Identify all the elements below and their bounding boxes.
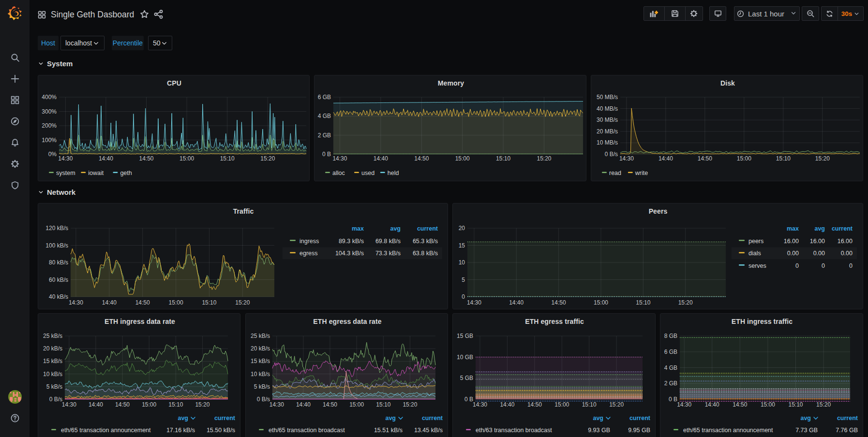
svg-text:14:30: 14:30 bbox=[62, 401, 76, 408]
svg-text:15 kB/s: 15 kB/s bbox=[43, 358, 62, 364]
svg-text:6 GB: 6 GB bbox=[664, 349, 677, 355]
svg-text:14:40: 14:40 bbox=[102, 299, 117, 306]
svg-text:15:10: 15:10 bbox=[202, 299, 216, 306]
svg-text:14:50: 14:50 bbox=[733, 401, 747, 408]
svg-text:avg: avg bbox=[390, 225, 401, 232]
svg-text:73.3 kB/s: 73.3 kB/s bbox=[375, 250, 401, 257]
svg-text:14:40: 14:40 bbox=[658, 155, 673, 162]
svg-text:100 kB/s: 100 kB/s bbox=[45, 242, 68, 249]
svg-text:15:00: 15:00 bbox=[455, 155, 470, 162]
svg-text:current: current bbox=[417, 225, 438, 232]
svg-text:current: current bbox=[214, 415, 236, 422]
svg-text:5 GB: 5 GB bbox=[460, 375, 473, 381]
svg-text:ETH ingress traffic: ETH ingress traffic bbox=[732, 318, 793, 325]
svg-text:89.3 kB/s: 89.3 kB/s bbox=[339, 238, 364, 245]
svg-text:egress: egress bbox=[299, 250, 318, 257]
svg-text:read: read bbox=[609, 170, 621, 176]
svg-text:avg: avg bbox=[593, 415, 603, 422]
svg-text:avg: avg bbox=[178, 415, 188, 422]
svg-text:Peers: Peers bbox=[649, 207, 668, 215]
svg-text:14:40: 14:40 bbox=[500, 401, 514, 408]
svg-text:15:20: 15:20 bbox=[403, 401, 417, 408]
svg-text:15.51 kB/s: 15.51 kB/s bbox=[374, 427, 403, 434]
svg-text:geth: geth bbox=[120, 170, 132, 176]
svg-text:20 MB/s: 20 MB/s bbox=[597, 128, 618, 135]
svg-text:14:30: 14:30 bbox=[467, 299, 481, 306]
svg-text:5: 5 bbox=[462, 277, 465, 283]
svg-text:17.16 kB/s: 17.16 kB/s bbox=[166, 427, 195, 434]
svg-text:15:10: 15:10 bbox=[776, 155, 791, 162]
svg-text:80 kB/s: 80 kB/s bbox=[49, 259, 68, 266]
svg-text:16.00: 16.00 bbox=[784, 238, 799, 245]
svg-text:15:10: 15:10 bbox=[220, 155, 235, 162]
svg-text:104.3 kB/s: 104.3 kB/s bbox=[335, 250, 364, 257]
svg-text:avg: avg bbox=[385, 415, 396, 422]
svg-text:15 GB: 15 GB bbox=[457, 333, 473, 339]
svg-text:14:50: 14:50 bbox=[115, 401, 130, 408]
svg-text:4 GB: 4 GB bbox=[664, 364, 677, 371]
svg-text:14:40: 14:40 bbox=[705, 401, 719, 408]
svg-text:14:30: 14:30 bbox=[269, 401, 284, 408]
svg-text:6 GB: 6 GB bbox=[318, 94, 331, 101]
svg-text:14:30: 14:30 bbox=[619, 155, 634, 162]
svg-text:15:20: 15:20 bbox=[195, 401, 210, 408]
svg-text:4 GB: 4 GB bbox=[318, 113, 331, 119]
svg-text:40 kB/s: 40 kB/s bbox=[49, 293, 68, 300]
svg-text:10 GB: 10 GB bbox=[457, 354, 473, 361]
svg-text:0 B: 0 B bbox=[322, 151, 331, 158]
svg-text:0: 0 bbox=[795, 262, 799, 269]
svg-text:14:40: 14:40 bbox=[296, 401, 311, 408]
svg-text:CPU: CPU bbox=[167, 79, 181, 87]
svg-text:16.00: 16.00 bbox=[838, 238, 853, 245]
svg-text:200%: 200% bbox=[42, 122, 57, 129]
svg-text:15:20: 15:20 bbox=[815, 155, 830, 162]
svg-text:ingress: ingress bbox=[299, 238, 319, 245]
svg-text:15 kB/s: 15 kB/s bbox=[251, 358, 270, 364]
svg-text:8 GB: 8 GB bbox=[664, 333, 677, 339]
svg-text:14:30: 14:30 bbox=[58, 155, 73, 162]
svg-text:0 B/s: 0 B/s bbox=[257, 396, 270, 403]
svg-text:eth/65 transaction announcemen: eth/65 transaction announcement bbox=[61, 427, 151, 434]
svg-text:40 MB/s: 40 MB/s bbox=[597, 105, 618, 112]
svg-text:0 B/s: 0 B/s bbox=[49, 396, 62, 403]
svg-text:25 kB/s: 25 kB/s bbox=[251, 333, 270, 339]
svg-text:15:10: 15:10 bbox=[582, 401, 597, 408]
svg-text:400%: 400% bbox=[42, 94, 57, 101]
svg-text:0 B: 0 B bbox=[669, 396, 677, 403]
svg-text:ETH egress data rate: ETH egress data rate bbox=[313, 318, 381, 325]
svg-text:14:50: 14:50 bbox=[698, 155, 712, 162]
svg-text:eth/63 transaction broadcast: eth/63 transaction broadcast bbox=[476, 427, 552, 434]
svg-text:15:10: 15:10 bbox=[788, 401, 803, 408]
svg-text:serves: serves bbox=[748, 262, 766, 269]
svg-text:9.93 GB: 9.93 GB bbox=[588, 427, 610, 434]
svg-text:30 MB/s: 30 MB/s bbox=[597, 117, 618, 123]
svg-text:65.3 kB/s: 65.3 kB/s bbox=[413, 238, 438, 245]
svg-text:current: current bbox=[422, 415, 443, 422]
svg-text:15.50 kB/s: 15.50 kB/s bbox=[207, 427, 235, 434]
svg-text:ETH ingress data rate: ETH ingress data rate bbox=[105, 318, 175, 325]
svg-text:15: 15 bbox=[459, 242, 465, 249]
svg-text:max: max bbox=[352, 225, 364, 232]
svg-text:300%: 300% bbox=[42, 108, 57, 115]
svg-text:2 GB: 2 GB bbox=[318, 132, 331, 139]
svg-text:10 kB/s: 10 kB/s bbox=[251, 371, 270, 378]
svg-text:7.73 GB: 7.73 GB bbox=[795, 427, 818, 434]
svg-text:max: max bbox=[787, 225, 799, 232]
svg-text:20 kB/s: 20 kB/s bbox=[251, 345, 270, 352]
svg-text:15:20: 15:20 bbox=[537, 155, 551, 162]
svg-text:Traffic: Traffic bbox=[233, 207, 254, 215]
svg-text:15:20: 15:20 bbox=[235, 299, 250, 306]
svg-text:0%: 0% bbox=[48, 151, 57, 158]
svg-text:15:10: 15:10 bbox=[636, 299, 650, 306]
svg-text:14:50: 14:50 bbox=[323, 401, 337, 408]
svg-text:15:00: 15:00 bbox=[554, 401, 569, 408]
svg-text:100%: 100% bbox=[42, 137, 57, 144]
svg-text:13.45 kB/s: 13.45 kB/s bbox=[414, 427, 443, 434]
svg-text:peers: peers bbox=[748, 238, 763, 245]
svg-text:0 B/s: 0 B/s bbox=[605, 151, 618, 158]
svg-text:0.00: 0.00 bbox=[787, 250, 799, 257]
svg-text:15:00: 15:00 bbox=[142, 401, 156, 408]
svg-text:14:40: 14:40 bbox=[374, 155, 388, 162]
svg-text:system: system bbox=[56, 170, 75, 176]
svg-text:15:20: 15:20 bbox=[816, 401, 831, 408]
